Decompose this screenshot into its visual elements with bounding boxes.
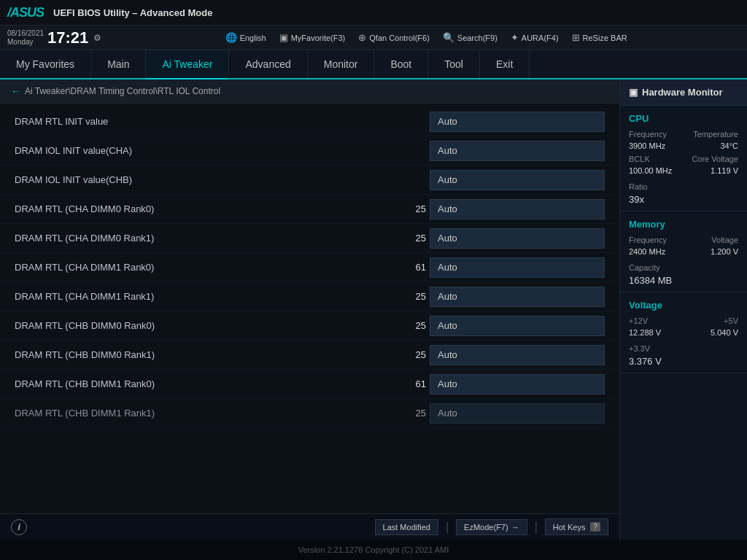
setting-dropdown[interactable]: Auto — [430, 374, 605, 394]
volt-12v-val-row: 12.288 V 5.040 V — [629, 328, 738, 337]
qfan-label: Qfan Control(F6) — [369, 34, 430, 42]
setting-num: 61 — [390, 378, 426, 389]
volt-33v-container: +3.3V 3.376 V — [629, 341, 738, 367]
time-display: 17:21 — [47, 30, 88, 46]
cpu-freq-row: Frequency Temperature — [629, 130, 738, 139]
setting-dropdown[interactable]: Auto — [430, 112, 605, 132]
back-arrow-icon[interactable]: ← — [11, 85, 21, 97]
nav-main[interactable]: Main — [91, 50, 146, 78]
language-selector[interactable]: 🌐 English — [225, 32, 266, 43]
ez-mode-btn[interactable]: EzMode(F7) → — [456, 519, 527, 535]
setting-dropdown[interactable]: Auto — [430, 316, 605, 336]
hw-monitor-title-text: Hardware Monitor — [642, 87, 723, 98]
cpu-section-title: CPU — [629, 113, 738, 124]
content-area: ← Ai Tweaker\DRAM Timing Control\RTL IOL… — [0, 79, 747, 540]
mem-freq-row: Frequency Voltage — [629, 236, 738, 244]
hw-monitor-sidebar: ▣ Hardware Monitor CPU Frequency Tempera… — [619, 79, 747, 540]
mem-freq-value: 2400 MHz — [629, 247, 665, 256]
cpu-bclk-row: BCLK Core Voltage — [629, 155, 738, 163]
setting-label: DRAM RTL (CHA DIMM0 Rank0) — [15, 203, 390, 214]
setting-dropdown[interactable]: Auto — [430, 141, 605, 161]
nav-tool[interactable]: Tool — [428, 50, 480, 78]
setting-label: DRAM IOL INIT value(CHA) — [15, 145, 430, 156]
setting-dropdown[interactable]: Auto — [430, 228, 605, 249]
my-favorite-btn[interactable]: ▣ MyFavorite(F3) — [279, 32, 346, 43]
setting-dropdown[interactable]: Auto — [430, 170, 605, 190]
setting-label: DRAM RTL (CHA DIMM1 Rank0) — [15, 262, 390, 273]
setting-label: DRAM RTL (CHB DIMM1 Rank1) — [15, 408, 390, 419]
last-modified-btn[interactable]: Last Modified — [375, 519, 438, 535]
cpu-temp-label: Temperature — [693, 130, 738, 139]
copyright-bar: Version 2.21.1278 Copyright (C) 2021 AMI — [0, 540, 747, 560]
setting-dropdown[interactable]: Auto — [430, 345, 605, 365]
search-btn[interactable]: 🔍 Search(F9) — [443, 32, 498, 43]
nav-exit[interactable]: Exit — [480, 50, 530, 78]
day-display: Monday — [7, 38, 44, 47]
monitor-icon: ▣ — [279, 32, 288, 43]
search-label: Search(F9) — [457, 34, 498, 42]
search-icon: 🔍 — [443, 32, 454, 43]
cpu-freq-val-row: 3900 MHz 34°C — [629, 141, 738, 150]
cpu-ratio-value: 39x — [629, 194, 738, 205]
hot-keys-label: Hot Keys — [553, 523, 586, 532]
copyright-text: Version 2.21.1278 Copyright (C) 2021 AMI — [298, 545, 449, 554]
info-icon: i — [11, 519, 27, 535]
setting-label: DRAM RTL (CHA DIMM1 Rank1) — [15, 291, 390, 302]
setting-label: DRAM RTL (CHB DIMM1 Rank0) — [15, 378, 390, 389]
v5-value: 5.040 V — [711, 328, 738, 337]
datetime-display: 08/16/2021 Monday 17:21 ⚙ — [7, 29, 101, 47]
mem-freq-label: Frequency — [629, 236, 667, 244]
footer-sep2: | — [535, 521, 538, 534]
setting-row-dram-rtl-cha-d0r0: DRAM RTL (CHA DIMM0 Rank0) 25 Auto — [0, 195, 619, 224]
setting-row-dram-rtl-cha-d0r1: DRAM RTL (CHA DIMM0 Rank1) 25 Auto — [0, 224, 619, 253]
aura-btn[interactable]: ✦ AURA(F4) — [511, 32, 559, 43]
header-bar: /ASUS UEFI BIOS Utility – Advanced Mode — [0, 0, 747, 26]
nav-boot[interactable]: Boot — [374, 50, 428, 78]
nav-monitor[interactable]: Monitor — [308, 50, 375, 78]
setting-dropdown[interactable]: Auto — [430, 287, 605, 307]
setting-row-dram-rtl-cha-d1r1: DRAM RTL (CHA DIMM1 Rank1) 25 Auto — [0, 282, 619, 311]
nav-advanced[interactable]: Advanced — [229, 50, 307, 78]
breadcrumb-text: Ai Tweaker\DRAM Timing Control\RTL IOL C… — [25, 86, 220, 96]
setting-row-dram-rtl-chb-d0r0: DRAM RTL (CHB DIMM0 Rank0) 25 Auto — [0, 311, 619, 341]
setting-num: 25 — [390, 291, 426, 302]
cpu-ratio-label: Ratio — [629, 182, 648, 191]
mem-volt-value: 1.200 V — [711, 247, 738, 256]
setting-row-dram-rtl-chb-d1r0: DRAM RTL (CHB DIMM1 Rank0) 61 Auto — [0, 370, 619, 399]
v33-label: +3.3V — [629, 344, 650, 353]
setting-label: DRAM RTL (CHB DIMM0 Rank1) — [15, 349, 390, 360]
resize-bar-btn[interactable]: ⊞ ReSize BAR — [572, 32, 627, 43]
my-favorite-label: MyFavorite(F3) — [291, 34, 346, 42]
footer: i Last Modified | EzMode(F7) → | Hot Key… — [0, 513, 619, 540]
resize-icon: ⊞ — [572, 32, 580, 43]
setting-num: 25 — [390, 408, 426, 419]
cpu-temp-value: 34°C — [720, 141, 738, 150]
cpu-bclk-value: 100.00 MHz — [629, 166, 672, 175]
footer-sep1: | — [446, 521, 449, 534]
voltage-section: Voltage +12V +5V 12.288 V 5.040 V +3.3V … — [620, 292, 747, 373]
setting-dropdown[interactable]: Auto — [430, 199, 605, 219]
breadcrumb: ← Ai Tweaker\DRAM Timing Control\RTL IOL… — [0, 79, 619, 104]
nav-ai-tweaker[interactable]: Ai Tweaker — [146, 50, 229, 79]
setting-label: DRAM IOL INIT value(CHB) — [15, 174, 430, 185]
cpu-corevolt-label: Core Voltage — [692, 155, 738, 163]
hot-keys-btn[interactable]: Hot Keys ? — [545, 518, 608, 535]
cpu-corevolt-value: 1.119 V — [711, 166, 738, 175]
setting-dropdown[interactable]: Auto — [430, 403, 605, 424]
bios-container: /ASUS UEFI BIOS Utility – Advanced Mode … — [0, 0, 747, 560]
nav-my-favorites[interactable]: My Favorites — [0, 50, 91, 78]
cpu-ratio-container: Ratio 39x — [629, 179, 738, 205]
qfan-btn[interactable]: ⊕ Qfan Control(F6) — [358, 32, 430, 43]
cpu-bclk-val-row: 100.00 MHz 1.119 V — [629, 166, 738, 175]
setting-row-dram-iol-cha: DRAM IOL INIT value(CHA) Auto — [0, 136, 619, 166]
setting-num: 61 — [390, 262, 426, 273]
monitor-display-icon: ▣ — [629, 87, 638, 98]
setting-row-dram-rtl-cha-d1r0: DRAM RTL (CHA DIMM1 Rank0) 61 Auto — [0, 253, 619, 282]
setting-dropdown[interactable]: Auto — [430, 257, 605, 278]
memory-section-title: Memory — [629, 219, 738, 230]
aura-icon: ✦ — [511, 32, 519, 43]
setting-row-dram-rtl-chb-d0r1: DRAM RTL (CHB DIMM0 Rank1) 25 Auto — [0, 341, 619, 370]
settings-gear-icon[interactable]: ⚙ — [93, 33, 101, 43]
resize-bar-label: ReSize BAR — [583, 34, 627, 42]
v12-label: +12V — [629, 316, 648, 325]
